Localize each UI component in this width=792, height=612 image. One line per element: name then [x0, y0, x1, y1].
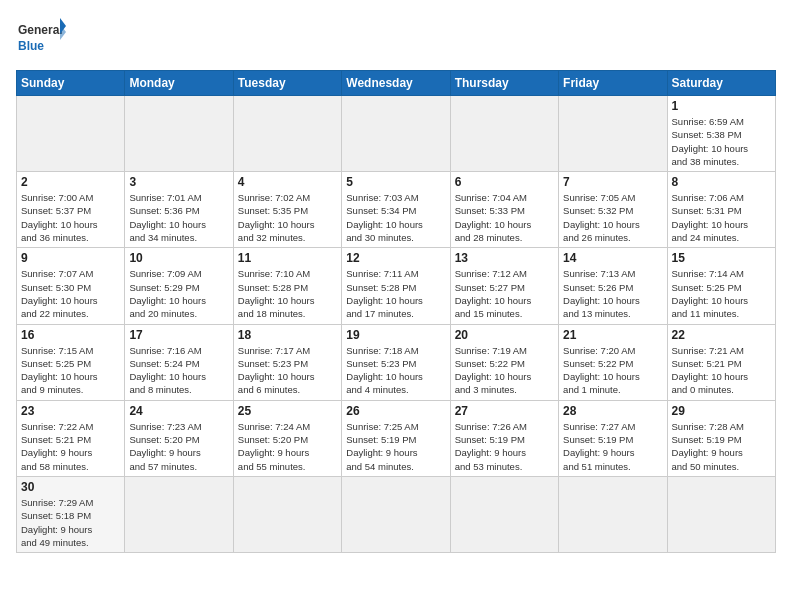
day-number: 25 [238, 404, 337, 418]
day-info: Sunrise: 7:25 AM Sunset: 5:19 PM Dayligh… [346, 420, 445, 473]
day-number: 28 [563, 404, 662, 418]
calendar-cell: 21Sunrise: 7:20 AM Sunset: 5:22 PM Dayli… [559, 324, 667, 400]
calendar-cell: 17Sunrise: 7:16 AM Sunset: 5:24 PM Dayli… [125, 324, 233, 400]
calendar-cell [559, 476, 667, 552]
day-number: 24 [129, 404, 228, 418]
calendar-cell [17, 96, 125, 172]
day-info: Sunrise: 6:59 AM Sunset: 5:38 PM Dayligh… [672, 115, 771, 168]
day-number: 7 [563, 175, 662, 189]
day-info: Sunrise: 7:05 AM Sunset: 5:32 PM Dayligh… [563, 191, 662, 244]
day-info: Sunrise: 7:23 AM Sunset: 5:20 PM Dayligh… [129, 420, 228, 473]
day-number: 8 [672, 175, 771, 189]
calendar-cell: 22Sunrise: 7:21 AM Sunset: 5:21 PM Dayli… [667, 324, 775, 400]
calendar-header-sunday: Sunday [17, 71, 125, 96]
calendar-cell: 15Sunrise: 7:14 AM Sunset: 5:25 PM Dayli… [667, 248, 775, 324]
calendar-cell [233, 476, 341, 552]
calendar-cell [450, 476, 558, 552]
day-info: Sunrise: 7:28 AM Sunset: 5:19 PM Dayligh… [672, 420, 771, 473]
day-number: 9 [21, 251, 120, 265]
calendar-cell: 8Sunrise: 7:06 AM Sunset: 5:31 PM Daylig… [667, 172, 775, 248]
day-info: Sunrise: 7:21 AM Sunset: 5:21 PM Dayligh… [672, 344, 771, 397]
day-info: Sunrise: 7:04 AM Sunset: 5:33 PM Dayligh… [455, 191, 554, 244]
calendar-cell: 29Sunrise: 7:28 AM Sunset: 5:19 PM Dayli… [667, 400, 775, 476]
calendar-cell: 19Sunrise: 7:18 AM Sunset: 5:23 PM Dayli… [342, 324, 450, 400]
calendar-cell [342, 96, 450, 172]
svg-text:Blue: Blue [18, 39, 44, 53]
calendar-cell: 26Sunrise: 7:25 AM Sunset: 5:19 PM Dayli… [342, 400, 450, 476]
calendar-cell: 1Sunrise: 6:59 AM Sunset: 5:38 PM Daylig… [667, 96, 775, 172]
day-info: Sunrise: 7:11 AM Sunset: 5:28 PM Dayligh… [346, 267, 445, 320]
day-info: Sunrise: 7:10 AM Sunset: 5:28 PM Dayligh… [238, 267, 337, 320]
calendar-cell: 4Sunrise: 7:02 AM Sunset: 5:35 PM Daylig… [233, 172, 341, 248]
calendar-cell: 11Sunrise: 7:10 AM Sunset: 5:28 PM Dayli… [233, 248, 341, 324]
svg-text:General: General [18, 23, 63, 37]
day-info: Sunrise: 7:15 AM Sunset: 5:25 PM Dayligh… [21, 344, 120, 397]
calendar-header-friday: Friday [559, 71, 667, 96]
day-number: 2 [21, 175, 120, 189]
calendar-cell [450, 96, 558, 172]
day-info: Sunrise: 7:09 AM Sunset: 5:29 PM Dayligh… [129, 267, 228, 320]
day-info: Sunrise: 7:03 AM Sunset: 5:34 PM Dayligh… [346, 191, 445, 244]
day-number: 27 [455, 404, 554, 418]
calendar-cell: 3Sunrise: 7:01 AM Sunset: 5:36 PM Daylig… [125, 172, 233, 248]
calendar-cell: 7Sunrise: 7:05 AM Sunset: 5:32 PM Daylig… [559, 172, 667, 248]
calendar-cell: 23Sunrise: 7:22 AM Sunset: 5:21 PM Dayli… [17, 400, 125, 476]
logo-icon: General Blue [16, 16, 66, 60]
calendar-cell: 27Sunrise: 7:26 AM Sunset: 5:19 PM Dayli… [450, 400, 558, 476]
day-number: 26 [346, 404, 445, 418]
day-number: 16 [21, 328, 120, 342]
day-number: 13 [455, 251, 554, 265]
calendar-cell: 14Sunrise: 7:13 AM Sunset: 5:26 PM Dayli… [559, 248, 667, 324]
page-header: General Blue [16, 16, 776, 60]
day-info: Sunrise: 7:02 AM Sunset: 5:35 PM Dayligh… [238, 191, 337, 244]
calendar-cell: 5Sunrise: 7:03 AM Sunset: 5:34 PM Daylig… [342, 172, 450, 248]
calendar-cell: 2Sunrise: 7:00 AM Sunset: 5:37 PM Daylig… [17, 172, 125, 248]
day-number: 29 [672, 404, 771, 418]
calendar-cell [559, 96, 667, 172]
day-number: 12 [346, 251, 445, 265]
calendar-cell [233, 96, 341, 172]
day-info: Sunrise: 7:26 AM Sunset: 5:19 PM Dayligh… [455, 420, 554, 473]
day-number: 5 [346, 175, 445, 189]
day-info: Sunrise: 7:24 AM Sunset: 5:20 PM Dayligh… [238, 420, 337, 473]
calendar-cell: 16Sunrise: 7:15 AM Sunset: 5:25 PM Dayli… [17, 324, 125, 400]
day-info: Sunrise: 7:00 AM Sunset: 5:37 PM Dayligh… [21, 191, 120, 244]
day-info: Sunrise: 7:06 AM Sunset: 5:31 PM Dayligh… [672, 191, 771, 244]
calendar-cell: 13Sunrise: 7:12 AM Sunset: 5:27 PM Dayli… [450, 248, 558, 324]
calendar-header-thursday: Thursday [450, 71, 558, 96]
calendar-table: SundayMondayTuesdayWednesdayThursdayFrid… [16, 70, 776, 553]
calendar-cell [342, 476, 450, 552]
day-number: 23 [21, 404, 120, 418]
day-number: 17 [129, 328, 228, 342]
calendar-cell [125, 476, 233, 552]
day-number: 22 [672, 328, 771, 342]
calendar-cell: 28Sunrise: 7:27 AM Sunset: 5:19 PM Dayli… [559, 400, 667, 476]
day-number: 18 [238, 328, 337, 342]
day-number: 14 [563, 251, 662, 265]
day-number: 11 [238, 251, 337, 265]
calendar-cell: 9Sunrise: 7:07 AM Sunset: 5:30 PM Daylig… [17, 248, 125, 324]
day-info: Sunrise: 7:12 AM Sunset: 5:27 PM Dayligh… [455, 267, 554, 320]
day-number: 21 [563, 328, 662, 342]
day-info: Sunrise: 7:20 AM Sunset: 5:22 PM Dayligh… [563, 344, 662, 397]
calendar-header-saturday: Saturday [667, 71, 775, 96]
day-info: Sunrise: 7:17 AM Sunset: 5:23 PM Dayligh… [238, 344, 337, 397]
day-info: Sunrise: 7:14 AM Sunset: 5:25 PM Dayligh… [672, 267, 771, 320]
day-info: Sunrise: 7:01 AM Sunset: 5:36 PM Dayligh… [129, 191, 228, 244]
calendar-cell: 12Sunrise: 7:11 AM Sunset: 5:28 PM Dayli… [342, 248, 450, 324]
day-info: Sunrise: 7:07 AM Sunset: 5:30 PM Dayligh… [21, 267, 120, 320]
calendar-cell: 10Sunrise: 7:09 AM Sunset: 5:29 PM Dayli… [125, 248, 233, 324]
calendar-cell [125, 96, 233, 172]
day-info: Sunrise: 7:13 AM Sunset: 5:26 PM Dayligh… [563, 267, 662, 320]
calendar-header-monday: Monday [125, 71, 233, 96]
calendar-cell: 25Sunrise: 7:24 AM Sunset: 5:20 PM Dayli… [233, 400, 341, 476]
day-number: 1 [672, 99, 771, 113]
day-number: 19 [346, 328, 445, 342]
calendar-cell: 24Sunrise: 7:23 AM Sunset: 5:20 PM Dayli… [125, 400, 233, 476]
day-info: Sunrise: 7:22 AM Sunset: 5:21 PM Dayligh… [21, 420, 120, 473]
day-number: 30 [21, 480, 120, 494]
calendar-cell: 6Sunrise: 7:04 AM Sunset: 5:33 PM Daylig… [450, 172, 558, 248]
day-info: Sunrise: 7:16 AM Sunset: 5:24 PM Dayligh… [129, 344, 228, 397]
calendar-header-wednesday: Wednesday [342, 71, 450, 96]
calendar-cell: 18Sunrise: 7:17 AM Sunset: 5:23 PM Dayli… [233, 324, 341, 400]
